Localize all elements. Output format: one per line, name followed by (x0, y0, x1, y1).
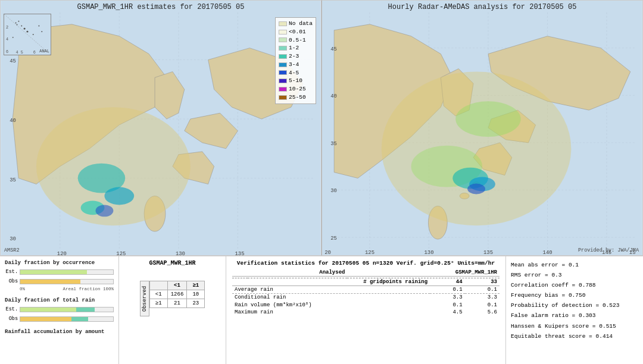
left-map-panel: GSMAP_MWR_1HR estimates for 20170505 05 (0, 0, 322, 256)
svg-point-1 (15, 23, 17, 24)
right-map-svg: 125 130 135 140 145 45 40 35 30 25 15 20 (322, 1, 642, 255)
main-container: GSMAP_MWR_1HR estimates for 20170505 05 (0, 0, 643, 364)
legend: No data <0.01 0.5-1 1-2 2-3 3-4 4-5 5-10… (275, 17, 316, 104)
x-axis-100: Areal fraction 100% (63, 287, 114, 291)
score-3: Frequency bias = 0.750 (511, 290, 638, 300)
score-4: Probability of detection = 0.523 (511, 300, 638, 310)
svg-text:130: 130 (176, 251, 185, 255)
obs-vertical-label: Observed (140, 281, 149, 316)
svg-point-6 (27, 31, 29, 33)
svg-point-4 (21, 25, 22, 26)
svg-text:135: 135 (483, 250, 493, 255)
scores-panel: Mean abs error = 0.1 RMS error = 0.3 Cor… (506, 256, 643, 364)
daily-frac-rain-title: Daily fraction of total rain (5, 297, 114, 303)
svg-text:2: 2 (6, 25, 8, 30)
svg-text:140: 140 (543, 250, 553, 255)
svg-text:30: 30 (330, 188, 337, 194)
est-label2: Est. (5, 306, 18, 312)
left-map-title: GSMAP_MWR_1HR estimates for 20170505 05 (1, 3, 321, 11)
est-label1: Est. (5, 269, 18, 275)
obs-label1: Obs (5, 278, 18, 284)
svg-text:40: 40 (330, 93, 337, 99)
svg-text:4: 4 (6, 37, 8, 42)
svg-text:45: 45 (10, 59, 16, 65)
svg-text:40: 40 (10, 118, 16, 124)
svg-point-65 (455, 101, 520, 137)
svg-point-68 (467, 184, 485, 194)
obs-bar1 (20, 279, 114, 284)
verif-row-4: Maximum rain 4.5 5.6 (232, 309, 500, 316)
est-bar1 (20, 269, 114, 275)
rain-accum-title: Rainfall accumulation by amount (5, 329, 114, 335)
svg-text:125: 125 (365, 250, 374, 255)
left-map-footer-left: AMSR2 (4, 247, 20, 253)
inset-map: 6 4 2 4 5 6 ANAL (4, 14, 51, 55)
bottom-row: Daily fraction by occurrence Est. Obs 0%… (0, 256, 643, 364)
svg-text:6: 6 (6, 49, 8, 54)
svg-point-3 (18, 21, 19, 22)
verif-row-3: Rain volume (mm*km²x10⁸) 0.1 0.1 (232, 301, 500, 309)
svg-text:30: 30 (10, 236, 16, 242)
svg-text:35: 35 (10, 177, 16, 183)
contingency-panel: GSMAP_MWR_1HR Observed <1 ≥1 (119, 256, 226, 364)
svg-point-63 (382, 71, 572, 225)
score-6: Hanssen & Kuipers score = 0.515 (511, 321, 638, 331)
svg-point-5 (24, 28, 26, 30)
svg-text:25: 25 (330, 236, 337, 241)
right-map-title: Hourly Radar-AMeDAS analysis for 2017050… (322, 3, 642, 11)
score-1: RMS error = 0.3 (511, 270, 638, 280)
svg-text:20: 20 (324, 250, 331, 255)
verif-table: Analysed GSMAP_MWR_1HR (232, 269, 500, 278)
verif-row-2: Conditional rain 3.3 3.3 (232, 294, 500, 302)
stats-left-panel: Daily fraction by occurrence Est. Obs 0%… (0, 256, 119, 364)
svg-text:135: 135 (235, 251, 244, 255)
obs-bar2 (20, 316, 114, 322)
verif-data-table: # gridpoints raining 44 33 Average rain … (232, 278, 500, 316)
svg-text:45: 45 (330, 46, 337, 52)
x-axis-0: 0% (20, 287, 25, 291)
svg-point-7 (33, 34, 34, 35)
obs-label2: Obs (5, 316, 18, 322)
svg-text:130: 130 (424, 250, 433, 255)
verif-title: Verification statistics for 20170505 05 … (232, 260, 500, 266)
anal-label: ANAL (39, 49, 49, 54)
maps-row: GSMAP_MWR_1HR estimates for 20170505 05 (0, 0, 643, 256)
svg-text:120: 120 (57, 251, 67, 255)
daily-frac-title: Daily fraction by occurrence (5, 260, 114, 266)
svg-point-35 (96, 205, 114, 216)
svg-point-9 (38, 25, 39, 26)
svg-point-8 (13, 37, 14, 38)
score-7: Equitable threat score = 0.414 (511, 331, 638, 341)
score-2: Correlation coeff = 0.788 (511, 280, 638, 290)
svg-text:4 5: 4 5 (16, 50, 23, 55)
cont-title: GSMAP_MWR_1HR (149, 260, 195, 266)
score-5: False alarm ratio = 0.303 (511, 310, 638, 321)
est-bar2 (20, 307, 114, 312)
verif-row-0: # gridpoints raining 44 33 (232, 278, 500, 286)
verif-row-1: Average rain 0.1 0.1 (232, 286, 500, 294)
right-map-footer: Provided by: JWA/JMA (578, 247, 639, 253)
svg-text:125: 125 (116, 251, 126, 255)
svg-point-10 (41, 31, 42, 32)
right-map-panel: Hourly Radar-AMeDAS analysis for 2017050… (322, 0, 643, 256)
contingency-table: <1 ≥1 <1 1266 10 ≥1 21 (149, 281, 205, 308)
svg-text:35: 35 (330, 141, 337, 147)
svg-point-33 (104, 187, 134, 205)
svg-text:6: 6 (33, 50, 36, 55)
score-0: Mean abs error = 0.1 (511, 260, 638, 270)
verif-panel: Verification statistics for 20170505 05 … (226, 256, 506, 364)
